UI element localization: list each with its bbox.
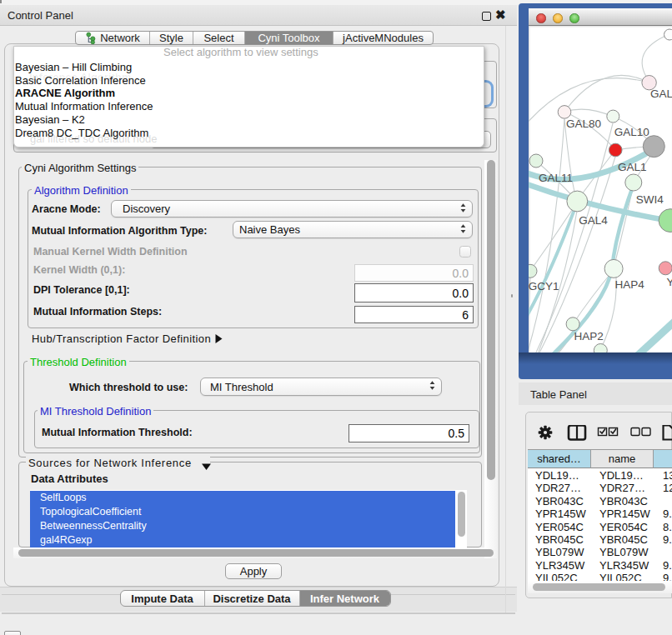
- svg-text:GAL1: GAL1: [618, 161, 647, 173]
- svg-text:HAP4: HAP4: [615, 278, 645, 291]
- svg-text:SWI4: SWI4: [636, 193, 664, 206]
- svg-text:GCY1: GCY1: [529, 280, 559, 292]
- svg-text:GAL80: GAL80: [566, 118, 601, 130]
- svg-text:GAL4: GAL4: [579, 214, 608, 227]
- svg-text:GAL: GAL: [650, 88, 672, 100]
- svg-text:Y: Y: [667, 276, 672, 288]
- svg-text:HAP2: HAP2: [574, 330, 604, 342]
- svg-text:GAL10: GAL10: [614, 126, 649, 138]
- svg-text:GAL11: GAL11: [539, 172, 573, 184]
